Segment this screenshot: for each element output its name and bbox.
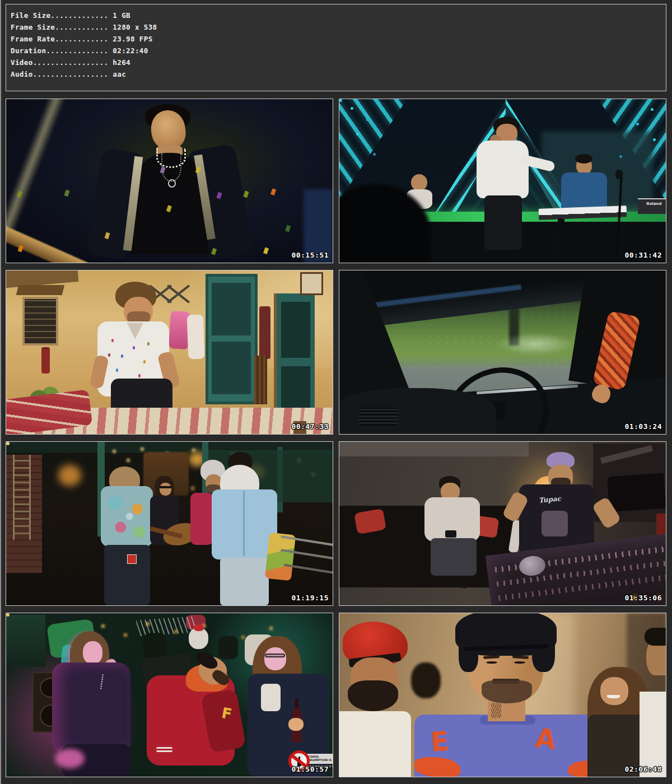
file-info-row: Frame Size............ 1280 x 538 (11, 21, 666, 33)
timestamp: 02:06:48 (624, 765, 662, 773)
paisley-top (101, 486, 153, 547)
keyboard-logo: Roland (646, 202, 661, 206)
roland-keyboard: Roland (638, 198, 666, 214)
thumbnail-beanie-closeup: E A 02:06:48 (339, 613, 666, 777)
file-info-row: File Size............. 1 GB (11, 10, 666, 21)
woman-left-face (83, 641, 102, 664)
bottle-hand (288, 718, 304, 731)
turban-man-beard (348, 680, 398, 711)
screenshot-grid: 00:15:51 YAMAHA Roland (6, 99, 666, 777)
woman-smile (607, 695, 620, 698)
timestamp: 01:50:57 (291, 765, 329, 773)
file-info-row: Video................. h264 (11, 57, 666, 68)
window-awning (16, 285, 64, 295)
wood-chair (254, 356, 267, 405)
far-right-shirt (640, 692, 666, 777)
timestamp: 01:35:06 (624, 594, 662, 602)
shirt-doodles (6, 270, 8, 274)
pocket-card (127, 554, 137, 564)
screen-face (6, 615, 45, 667)
timestamp: 00:47:33 (291, 422, 329, 431)
crowd-cap-red (194, 624, 203, 631)
beanie-side-left (459, 636, 478, 672)
woman-jeans (104, 545, 150, 605)
guitarist-face (160, 483, 171, 496)
file-info-row: Audio................. aac (11, 68, 666, 80)
thumbnail-car-door: 01:03:24 (339, 270, 666, 435)
colorful-bag (265, 532, 296, 580)
dash-vent (359, 408, 398, 426)
denim-seam (243, 491, 245, 557)
tee-graphic (542, 511, 568, 537)
drummer-head (411, 174, 427, 190)
timestamp: 00:15:51 (291, 251, 329, 259)
timestamp: 01:03:24 (624, 422, 662, 431)
pink-shirt (190, 493, 213, 545)
phone-in-hands (445, 530, 456, 538)
file-info: File Size............. 1 GBFrame Size...… (6, 4, 666, 91)
white-tee-sliver (261, 684, 281, 712)
woman-right-glasses (265, 654, 285, 658)
file-info-row: Duration.............. 02:22:40 (11, 45, 666, 57)
sweater-letter-a: A (534, 722, 558, 755)
party-lights (6, 613, 10, 617)
singer-shirt (477, 141, 529, 198)
thumbnail-courtyard-bed: 00:47:33 (6, 270, 333, 435)
light-beam (6, 99, 69, 232)
woman-face-right (600, 677, 628, 705)
confetti (6, 99, 11, 106)
mic-stand-head (615, 170, 623, 180)
thumbnail-night-street: 01:19:15 (6, 441, 333, 606)
glasses (160, 486, 171, 488)
far-right-hair (645, 628, 666, 646)
woman-right-face (264, 647, 287, 670)
string-lights (6, 442, 10, 445)
maroon-textile (259, 306, 270, 358)
sweater-letter-e: E (430, 725, 451, 758)
hanging-clothes-pink (169, 311, 190, 349)
center-beard (482, 680, 532, 703)
pendant-chain (161, 153, 181, 182)
ceiling-soffit (339, 442, 529, 456)
file-info-row: Frame Rate............ 23.98 FPS (11, 33, 666, 45)
thumbnail-stage-performance: YAMAHA Roland 00:31:42 (339, 99, 666, 263)
background-head (411, 662, 440, 698)
picture-frame (300, 272, 323, 295)
thumbnail-neon-party: F ALCOHOL CONSUMPTION IS IN 01:50:57 (6, 613, 333, 777)
cuff-stripe (156, 747, 172, 752)
light-jeans (220, 558, 269, 605)
man1-pants (431, 538, 477, 576)
beanie-side-right (532, 633, 555, 672)
necklace (88, 673, 103, 689)
singer-pants (484, 195, 522, 249)
ladder (13, 455, 31, 540)
pendant (168, 179, 176, 188)
crowd-dark-1 (143, 633, 166, 659)
bokeh-left (58, 465, 81, 486)
timestamp: 01:19:15 (291, 594, 329, 602)
guitar-neck (6, 224, 90, 263)
hanging-clothes-white (186, 314, 204, 359)
timestamp: 00:31:42 (624, 251, 662, 259)
teal-cupboard (206, 274, 258, 405)
led-dots (339, 99, 342, 102)
neck-tattoo (491, 702, 501, 718)
crowd-dark-2 (218, 636, 238, 659)
turban-man-shirt (339, 711, 411, 777)
red-pipe (41, 347, 50, 374)
thumbnail-concert-confetti: 00:15:51 (6, 99, 333, 263)
thumbnail-studio: Tupac 01:35:06 (339, 441, 666, 606)
window (22, 297, 58, 346)
